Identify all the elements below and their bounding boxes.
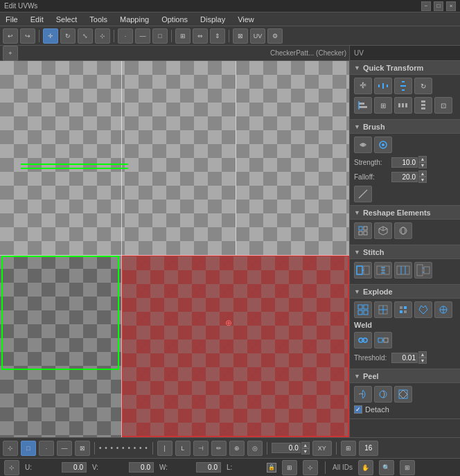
quick-transform-header[interactable]: ▼ Quick Transform — [350, 61, 460, 75]
xy-mode-btn[interactable]: XY — [312, 441, 332, 456]
bottom-tool-3[interactable]: L — [175, 441, 191, 456]
select-edge-btn-bottom[interactable]: — — [57, 441, 72, 456]
strength-input[interactable] — [391, 157, 418, 168]
strength-spinner[interactable]: ▲ ▼ — [391, 156, 427, 168]
coord-spinner-btns[interactable]: ▲ ▼ — [301, 442, 310, 455]
scale-tool-button[interactable]: ⤡ — [78, 28, 93, 44]
menu-file[interactable]: File — [3, 15, 21, 24]
maximize-button[interactable]: □ — [434, 1, 443, 11]
weld-target-btn[interactable] — [374, 332, 392, 349]
minimize-button[interactable]: − — [421, 1, 431, 11]
threshold-input[interactable] — [391, 353, 418, 363]
select-vertex-btn[interactable]: · — [39, 441, 54, 456]
qt-align-left-btn[interactable] — [354, 97, 372, 114]
mirror-h-button[interactable]: ⇔ — [193, 28, 208, 44]
bottom-tool-1[interactable]: ⊠ — [75, 441, 90, 456]
detach-checkbox[interactable] — [354, 405, 362, 414]
bottom-tool-6[interactable]: ⊕ — [229, 441, 245, 456]
explode-btn-4[interactable] — [414, 301, 432, 318]
weld-btn[interactable] — [354, 332, 372, 349]
stitch-btn-3[interactable] — [394, 262, 412, 279]
falloff-down[interactable]: ▼ — [418, 177, 427, 183]
select-face-button[interactable]: □ — [152, 28, 168, 44]
zoom-btn[interactable]: 🔍 — [379, 460, 394, 475]
peel-header[interactable]: ▼ Peel — [350, 369, 460, 383]
stitch-header[interactable]: ▼ Stitch — [350, 245, 460, 259]
menu-tools[interactable]: Tools — [87, 15, 110, 24]
threshold-spinner[interactable]: ▲ ▼ — [391, 351, 427, 364]
explode-btn-2[interactable] — [374, 301, 392, 318]
checker-map-button[interactable]: ⊠ — [233, 28, 248, 44]
window-controls[interactable]: − □ × — [421, 1, 456, 11]
qt-move-btn[interactable]: ✛ — [354, 78, 372, 94]
rotate-tool-button[interactable]: ↻ — [60, 28, 76, 44]
close-button[interactable]: × — [446, 1, 456, 11]
menu-display[interactable]: Display — [197, 15, 228, 24]
reshape-sphere-btn[interactable] — [394, 222, 412, 239]
snap-button[interactable]: ⊞ — [175, 28, 191, 44]
reshape-header[interactable]: ▼ Reshape Elements — [350, 206, 460, 220]
pan-btn[interactable]: ✋ — [358, 460, 373, 475]
menu-mapping[interactable]: Mapping — [117, 15, 152, 24]
falloff-spinner[interactable]: ▲ ▼ — [391, 170, 427, 183]
strength-spinner-btns[interactable]: ▲ ▼ — [418, 156, 427, 168]
coord-spinner[interactable]: ▲ ▼ — [272, 442, 310, 455]
qt-align-grid-btn[interactable]: ⊞ — [374, 97, 392, 114]
strength-up[interactable]: ▲ — [418, 156, 427, 162]
uv-viewport[interactable]: + CheckerPatt... (Checker) ⊕ — [0, 46, 349, 437]
threshold-down[interactable]: ▼ — [418, 358, 427, 364]
stitch-btn-2[interactable] — [374, 262, 392, 279]
threshold-spinner-btns[interactable]: ▲ ▼ — [418, 351, 427, 364]
status-tool-btn[interactable]: ⊹ — [4, 460, 19, 475]
snap-status-btn[interactable]: ⊞ — [282, 460, 297, 475]
menu-view[interactable]: View — [235, 15, 257, 24]
qt-space-h-btn[interactable] — [394, 97, 412, 114]
select-vertex-button[interactable]: · — [118, 28, 133, 44]
w-input[interactable] — [196, 462, 221, 473]
explode-btn-1[interactable] — [354, 301, 372, 318]
undo-button[interactable]: ↩ — [3, 28, 18, 44]
menu-select[interactable]: Select — [53, 15, 80, 24]
explode-btn-3[interactable] — [394, 301, 412, 318]
peel-btn-3[interactable] — [394, 386, 412, 403]
v-input[interactable] — [129, 462, 154, 473]
coord-down[interactable]: ▼ — [301, 448, 310, 455]
select-edge-button[interactable]: — — [135, 28, 150, 44]
brush-header[interactable]: ▼ Brush — [350, 120, 460, 134]
qt-space-v-btn[interactable] — [414, 97, 432, 114]
viewport-menu-btn[interactable]: + — [3, 46, 18, 61]
grid-size-btn[interactable]: 16 — [359, 441, 378, 456]
mirror-v-button[interactable]: ⇕ — [210, 28, 225, 44]
reshape-grid-btn[interactable] — [354, 222, 372, 239]
options-extra-btn[interactable]: ⊞ — [400, 460, 415, 475]
brush-relax-btn[interactable] — [354, 136, 372, 153]
brush-curve-btn[interactable] — [354, 186, 372, 202]
options-button[interactable]: ⚙ — [267, 28, 283, 44]
strength-down[interactable]: ▼ — [418, 162, 427, 168]
peel-btn-1[interactable] — [354, 386, 372, 403]
falloff-spinner-btns[interactable]: ▲ ▼ — [418, 170, 427, 183]
menu-options[interactable]: Options — [159, 15, 191, 24]
bottom-tool-4[interactable]: ⊣ — [193, 441, 209, 456]
snap-toggle-btn[interactable]: ⊞ — [341, 441, 356, 456]
brush-shrink-btn[interactable] — [374, 136, 392, 153]
stitch-btn-1[interactable] — [354, 262, 372, 279]
reshape-cube-btn[interactable] — [374, 222, 392, 239]
move-tool-button[interactable]: ✛ — [43, 28, 58, 44]
bottom-tool-2[interactable]: | — [157, 441, 172, 456]
explode-header[interactable]: ▼ Explode — [350, 285, 460, 299]
qt-distribute-v-btn[interactable] — [394, 78, 412, 94]
peel-btn-2[interactable] — [374, 386, 392, 403]
falloff-up[interactable]: ▲ — [418, 170, 427, 177]
stitch-btn-4[interactable] — [414, 262, 432, 279]
freeform-tool-button[interactable]: ⊹ — [95, 28, 110, 44]
qt-distribute-h-btn[interactable] — [374, 78, 392, 94]
menu-edit[interactable]: Edit — [28, 15, 46, 24]
coord-up[interactable]: ▲ — [301, 442, 310, 448]
bottom-tool-7[interactable]: ◎ — [247, 441, 263, 456]
uv-display-button[interactable]: UV — [250, 28, 265, 44]
u-input[interactable] — [62, 462, 87, 473]
qt-rotate-btn[interactable]: ↻ — [414, 78, 432, 94]
bottom-tool-5[interactable]: ✏ — [211, 441, 227, 456]
falloff-input[interactable] — [391, 172, 418, 182]
